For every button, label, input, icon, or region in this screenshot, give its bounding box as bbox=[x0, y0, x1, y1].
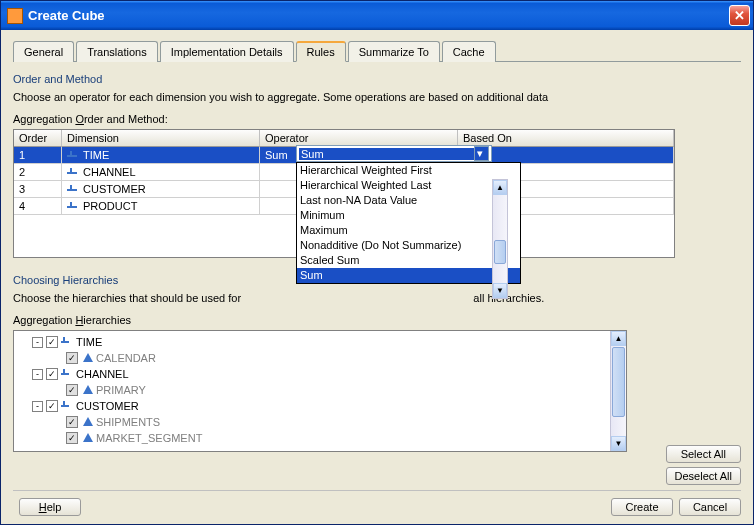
tree-node[interactable]: ✓SHIPMENTS bbox=[52, 414, 622, 430]
create-cube-dialog: Create Cube ✕ General Translations Imple… bbox=[0, 0, 754, 525]
combo-option[interactable]: Minimum bbox=[297, 208, 520, 223]
aggregation-order-label: Aggregation Order and Method: bbox=[13, 113, 741, 125]
tab-implementation-details[interactable]: Implementation Details bbox=[160, 41, 294, 62]
window-title: Create Cube bbox=[28, 8, 729, 23]
tree-node[interactable]: -✓CUSTOMER bbox=[32, 398, 622, 414]
checkbox[interactable]: ✓ bbox=[66, 352, 78, 364]
dimension-icon bbox=[61, 369, 73, 379]
combo-option[interactable]: Hierarchical Weighted Last bbox=[297, 178, 520, 193]
tree-label: SHIPMENTS bbox=[96, 416, 160, 428]
tree-scrollbar[interactable]: ▲ ▼ bbox=[610, 331, 626, 451]
expand-toggle[interactable]: - bbox=[32, 369, 43, 380]
operator-combobox[interactable]: Sum ▾ Hierarchical Weighted First Hierar… bbox=[296, 145, 492, 284]
choosing-hierarchies-desc: Choose the hierarchies that should be us… bbox=[13, 292, 741, 304]
dimension-icon bbox=[61, 401, 73, 411]
combo-selected: Sum bbox=[299, 148, 474, 160]
dimension-icon bbox=[67, 168, 81, 178]
tree-node[interactable]: -✓CHANNEL bbox=[32, 366, 622, 382]
scroll-up-icon[interactable]: ▲ bbox=[611, 331, 626, 346]
tree-node[interactable]: ✓MARKET_SEGMENT bbox=[52, 430, 622, 446]
tab-bar: General Translations Implementation Deta… bbox=[13, 40, 741, 62]
checkbox[interactable]: ✓ bbox=[66, 416, 78, 428]
dimension-icon bbox=[67, 151, 81, 161]
tab-rules[interactable]: Rules bbox=[296, 41, 346, 62]
tree-label: CALENDAR bbox=[96, 352, 156, 364]
tree-label: MARKET_SEGMENT bbox=[96, 432, 202, 444]
hierarchy-icon bbox=[81, 417, 93, 427]
scroll-up-icon[interactable]: ▲ bbox=[493, 180, 507, 195]
checkbox[interactable]: ✓ bbox=[46, 336, 58, 348]
tree-node[interactable]: ✓PRIMARY bbox=[52, 382, 622, 398]
aggregation-hierarchies-label: Aggregation Hierarchies bbox=[13, 314, 741, 326]
expand-toggle[interactable]: - bbox=[32, 401, 43, 412]
tree-label: CHANNEL bbox=[76, 368, 129, 380]
col-dimension[interactable]: Dimension bbox=[62, 130, 260, 147]
order-method-desc: Choose an operator for each dimension yo… bbox=[13, 91, 741, 103]
scroll-thumb[interactable] bbox=[612, 347, 625, 417]
expand-toggle[interactable]: - bbox=[32, 337, 43, 348]
col-order[interactable]: Order bbox=[14, 130, 62, 147]
scroll-thumb[interactable] bbox=[494, 240, 506, 264]
combo-option[interactable]: Maximum bbox=[297, 223, 520, 238]
combo-option[interactable]: Last non-NA Data Value bbox=[297, 193, 520, 208]
tree-label: CUSTOMER bbox=[76, 400, 139, 412]
checkbox[interactable]: ✓ bbox=[46, 368, 58, 380]
cancel-button[interactable]: Cancel bbox=[679, 498, 741, 516]
deselect-all-button[interactable]: Deselect All bbox=[666, 467, 741, 485]
help-button[interactable]: Help bbox=[19, 498, 81, 516]
tree-node[interactable]: -✓TIME bbox=[32, 334, 622, 350]
close-button[interactable]: ✕ bbox=[729, 5, 750, 26]
tree-node[interactable]: ✓CALENDAR bbox=[52, 350, 622, 366]
hierarchy-icon bbox=[81, 353, 93, 363]
scroll-down-icon[interactable]: ▼ bbox=[611, 436, 626, 451]
tab-cache[interactable]: Cache bbox=[442, 41, 496, 62]
combo-option[interactable]: Hierarchical Weighted First bbox=[297, 163, 520, 178]
combo-option[interactable]: Nonadditive (Do Not Summarize) bbox=[297, 238, 520, 253]
create-button[interactable]: Create bbox=[611, 498, 673, 516]
tab-summarize-to[interactable]: Summarize To bbox=[348, 41, 440, 62]
checkbox[interactable]: ✓ bbox=[66, 384, 78, 396]
scroll-down-icon[interactable]: ▼ bbox=[493, 283, 507, 298]
checkbox[interactable]: ✓ bbox=[46, 400, 58, 412]
combo-option[interactable]: Scaled Sum bbox=[297, 253, 520, 268]
hierarchy-icon bbox=[81, 433, 93, 443]
app-icon bbox=[7, 8, 23, 24]
order-method-title: Order and Method bbox=[13, 73, 741, 85]
dimension-icon bbox=[67, 202, 81, 212]
checkbox[interactable]: ✓ bbox=[66, 432, 78, 444]
tab-translations[interactable]: Translations bbox=[76, 41, 158, 62]
hierarchy-icon bbox=[81, 385, 93, 395]
combo-listbox[interactable]: Hierarchical Weighted First Hierarchical… bbox=[296, 162, 521, 284]
chevron-down-icon: ▾ bbox=[475, 147, 488, 160]
dimension-icon bbox=[67, 185, 81, 195]
tab-general[interactable]: General bbox=[13, 41, 74, 62]
combo-scrollbar[interactable]: ▲ ▼ bbox=[492, 179, 508, 299]
hierarchies-tree[interactable]: -✓TIME✓CALENDAR-✓CHANNEL✓PRIMARY-✓CUSTOM… bbox=[13, 330, 627, 452]
select-all-button[interactable]: Select All bbox=[666, 445, 741, 463]
combo-option[interactable]: Sum bbox=[297, 268, 520, 283]
dimension-icon bbox=[61, 337, 73, 347]
titlebar: Create Cube ✕ bbox=[1, 1, 753, 30]
tree-label: PRIMARY bbox=[96, 384, 146, 396]
combo-dropdown-button[interactable]: ▾ bbox=[474, 146, 489, 161]
tree-label: TIME bbox=[76, 336, 102, 348]
